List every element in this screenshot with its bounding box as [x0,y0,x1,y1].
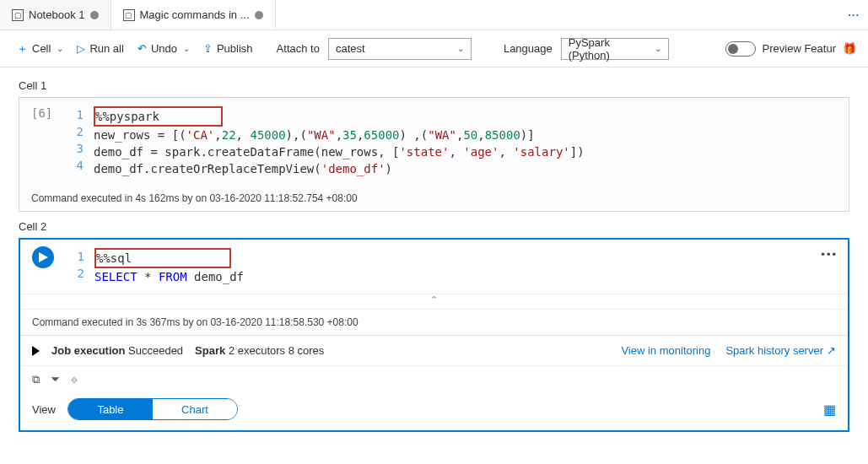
magic-highlight: %%sql [94,248,231,268]
btn-label: Publish [217,42,253,55]
notebook-icon: ▢ [123,9,135,21]
run-cell-button[interactable] [32,246,54,268]
spark-history-server-link[interactable]: Spark history server ↗ [725,344,836,357]
plus-icon: ＋ [17,41,28,57]
cell-more-button[interactable]: ••• [821,248,838,261]
play-solid-icon [32,346,40,356]
line-gutter: 1 2 3 4 [73,106,94,177]
view-table-button[interactable]: Table [68,399,153,419]
notebook-canvas: Cell 1 [6] 1 2 3 4 %%pyspark new_rows = … [0,67,868,452]
preview-label: Preview Featur [763,42,836,55]
output-action-bar: ⧉ ⏷ ⟐ [20,365,848,393]
notebook-icon: ▢ [12,9,24,21]
tab-label: Magic commands in ... [140,8,250,21]
cell-2-label: Cell 2 [19,220,849,233]
chevron-down-icon: ⌄ [457,44,464,53]
btn-label: Cell [32,42,51,55]
undo-button[interactable]: ↶ Undo ⌄ [132,39,195,58]
cell-2-status: Command executed in 3s 367ms by on 03-16… [20,309,848,335]
cell-2[interactable]: ••• 1 2 %%sql SELECT * FROM demo_df ⌃ Co… [19,238,849,432]
attach-to-select[interactable]: catest ⌄ [328,38,472,60]
magic-highlight: %%pyspark [94,106,223,127]
cell-1[interactable]: [6] 1 2 3 4 %%pyspark new_rows = [('CA',… [19,97,849,212]
view-in-monitoring-link[interactable]: View in monitoring [621,344,710,357]
job-execution-row: Job execution Succeeded Spark 2 executor… [20,335,848,365]
line-gutter: 1 2 [74,248,94,285]
filter-icon[interactable]: ⏷ [50,373,61,386]
undo-icon: ↶ [137,42,147,55]
view-label: View [32,403,56,416]
btn-label: Undo [151,42,177,55]
add-cell-button[interactable]: ＋ Cell ⌄ [12,38,68,60]
attach-to-label: Attach to [277,42,320,55]
copy-icon[interactable]: ⧉ [32,373,40,386]
view-row: View Table Chart ▦ [20,393,848,430]
tab-bar: ▢ Notebook 1 ▢ Magic commands in ... ··· [0,0,868,30]
unsaved-dot-icon [255,11,263,19]
unsaved-dot-icon [90,11,99,19]
view-chart-button[interactable]: Chart [153,399,237,419]
job-execution-label: Job execution Succeeded [51,344,183,357]
execution-count: [6] [31,106,73,177]
chevron-down-icon: ⌄ [655,44,661,53]
language-value: PySpark (Python) [569,36,653,62]
tab-magic-commands[interactable]: ▢ Magic commands in ... [111,0,276,30]
code-content[interactable]: %%pyspark new_rows = [('CA',22, 45000),(… [94,106,585,177]
cell-1-label: Cell 1 [19,79,849,92]
gift-icon[interactable]: 🎁 [843,42,856,55]
publish-button[interactable]: ⇪ Publish [198,39,258,58]
spark-info: Spark 2 executors 8 cores [195,344,324,357]
cell-1-code[interactable]: [6] 1 2 3 4 %%pyspark new_rows = [('CA',… [19,98,849,186]
view-toggle: Table Chart [67,398,238,420]
btn-label: Run all [89,42,123,55]
language-label: Language [504,42,553,55]
language-select[interactable]: PySpark (Python) ⌄ [561,38,669,60]
run-all-button[interactable]: ▷ Run all [72,39,128,58]
toolbar: ＋ Cell ⌄ ▷ Run all ↶ Undo ⌄ ⇪ Publish At… [0,30,868,67]
play-icon [39,252,48,262]
attach-value: catest [336,42,365,55]
erase-icon[interactable]: ⟐ [71,373,78,386]
more-tabs-icon[interactable]: ··· [848,8,860,21]
code-content[interactable]: %%sql SELECT * FROM demo_df [94,248,244,285]
cell-1-status: Command executed in 4s 162ms by on 03-16… [19,186,849,211]
collapse-output-button[interactable]: ⌃ [20,294,848,309]
expand-output-icon[interactable]: ▦ [823,402,836,418]
preview-features-toggle-wrap: Preview Featur 🎁 [725,41,856,57]
preview-features-toggle[interactable] [725,41,756,57]
external-link-icon: ↗ [827,344,836,357]
upload-icon: ⇪ [203,42,213,55]
chevron-down-icon: ⌄ [183,44,190,53]
tab-label: Notebook 1 [29,8,85,21]
chevron-down-icon: ⌄ [57,44,63,53]
tab-notebook-1[interactable]: ▢ Notebook 1 [0,0,111,30]
cell-2-code[interactable]: 1 2 %%sql SELECT * FROM demo_df [20,240,848,294]
play-icon: ▷ [77,42,85,55]
